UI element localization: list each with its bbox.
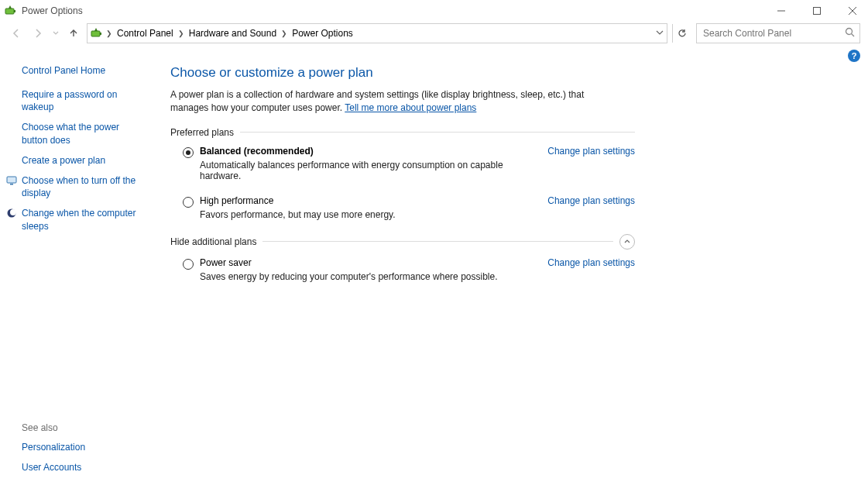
svg-rect-1 [14,10,15,12]
power-battery-icon [91,27,103,40]
window-title: Power Options [22,5,83,16]
plan-description: Favors performance, but may use more ene… [200,209,538,220]
svg-rect-10 [7,177,16,183]
svg-rect-0 [5,9,14,14]
breadcrumb-item[interactable]: Control Panel [115,26,175,40]
svg-rect-3 [814,8,821,15]
sidebar-link-computer-sleeps[interactable]: Change when the computer sleeps [22,207,147,232]
svg-rect-7 [100,33,101,35]
search-box[interactable] [696,23,860,43]
svg-rect-6 [91,31,100,36]
plan-name[interactable]: Balanced (recommended) [200,146,538,157]
plan-name[interactable]: Power saver [200,257,538,268]
divider [240,132,635,133]
close-button[interactable] [843,3,862,19]
sidebar-link-power-button[interactable]: Choose what the power button does [22,121,147,146]
address-dropdown-icon[interactable] [656,28,664,39]
additional-plans-header: Hide additional plans [170,234,635,250]
page-heading: Choose or customize a power plan [170,65,635,81]
sidebar-link-label: Choose what the power button does [22,122,119,145]
recent-dropdown-icon[interactable] [51,25,60,42]
chevron-right-icon[interactable]: ❯ [106,29,112,37]
plan-radio-high-performance[interactable] [183,197,194,208]
sidebar-link-turn-off-display[interactable]: Choose when to turn off the display [22,174,147,199]
address-bar[interactable]: ❯ Control Panel ❯ Hardware and Sound ❯ P… [87,23,667,43]
power-plan-row: High performance Favors performance, but… [170,195,635,220]
sidebar-link-label: Create a power plan [22,155,105,166]
see-also-label: Personalization [22,442,85,453]
plan-radio-balanced[interactable] [183,147,194,158]
see-also-personalization[interactable]: Personalization [22,441,147,453]
monitor-icon [6,175,17,186]
up-button[interactable] [65,25,82,42]
sidebar-link-label: Choose when to turn off the display [22,175,136,198]
search-input[interactable] [702,27,840,40]
sidebar-link-label: Change when the computer sleeps [22,208,136,231]
control-panel-home-link[interactable]: Control Panel Home [22,65,147,76]
svg-point-8 [846,29,853,35]
change-plan-settings-link[interactable]: Change plan settings [547,146,635,157]
power-plan-row: Power saver Saves energy by reducing you… [170,257,635,282]
svg-rect-11 [10,184,13,185]
power-battery-icon [5,5,17,17]
maximize-button[interactable] [808,3,826,19]
sidebar-link-create-plan[interactable]: Create a power plan [22,154,147,167]
minimize-button[interactable] [772,3,791,19]
plan-description: Automatically balances performance with … [200,160,538,181]
svg-point-13 [10,209,16,215]
change-plan-settings-link[interactable]: Change plan settings [547,195,635,206]
refresh-button[interactable] [672,24,691,43]
breadcrumb-item[interactable]: Hardware and Sound [187,26,278,40]
change-plan-settings-link[interactable]: Change plan settings [547,257,635,268]
see-also-label: User Accounts [22,462,81,473]
title-bar: Power Options [0,0,868,22]
navigation-bar: ❯ Control Panel ❯ Hardware and Sound ❯ P… [0,22,868,45]
sidebar: Control Panel Home Require a password on… [0,62,155,489]
page-description: A power plan is a collection of hardware… [170,88,619,115]
tell-me-more-link[interactable]: Tell me more about power plans [345,102,476,113]
plan-name[interactable]: High performance [200,195,538,206]
power-plan-row: Balanced (recommended) Automatically bal… [170,146,635,181]
chevron-right-icon[interactable]: ❯ [178,29,184,37]
breadcrumb-item[interactable]: Power Options [290,26,355,40]
preferred-plans-header: Preferred plans [170,127,635,138]
see-also-heading: See also [22,422,147,433]
sidebar-link-label: Require a password on wakeup [22,89,117,112]
search-icon[interactable] [845,27,855,40]
plan-radio-power-saver[interactable] [183,259,194,270]
collapse-toggle-button[interactable] [619,234,635,250]
divider [262,241,613,242]
back-button[interactable] [8,25,25,42]
svg-line-9 [852,34,855,37]
chevron-right-icon[interactable]: ❯ [281,29,287,37]
see-also-user-accounts[interactable]: User Accounts [22,461,147,474]
main-content: Choose or customize a power plan A power… [155,62,635,489]
help-icon[interactable]: ? [848,50,860,62]
sidebar-link-password-wakeup[interactable]: Require a password on wakeup [22,88,147,113]
moon-icon [6,208,17,219]
forward-button[interactable] [29,25,46,42]
plan-description: Saves energy by reducing your computer's… [200,271,538,282]
